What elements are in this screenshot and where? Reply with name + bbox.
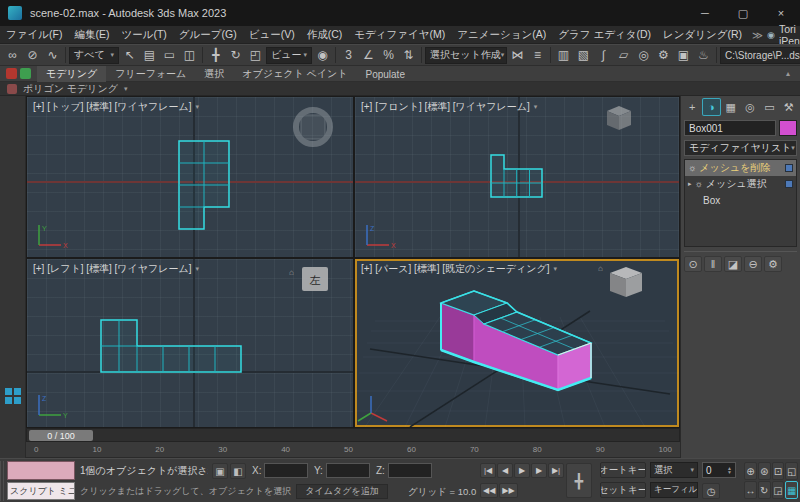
material-editor-icon[interactable]: ◎ (634, 46, 653, 64)
zoom-all-icon[interactable]: ⊛ (758, 462, 771, 480)
key-filters-button[interactable]: キーフィルタ... (650, 482, 698, 498)
modifier-row-1[interactable]: ▸☼メッシュ選択 (685, 176, 796, 192)
visibility-bulb-icon[interactable]: ☼ (695, 179, 703, 189)
viewcube-icon[interactable]: ⌂ (598, 264, 642, 297)
hierarchy-tab[interactable]: ▦ (722, 98, 740, 116)
ribbon-collapse-icon[interactable]: ▴ (786, 69, 800, 78)
modifier-row-0[interactable]: ☼メッシュを削除 (685, 160, 796, 176)
viewport-layout-tabs-button[interactable] (5, 388, 21, 404)
user-account-chip[interactable]: ◉ Tori iPentec ▾ (767, 23, 800, 47)
object-name-field[interactable]: Box001 (684, 120, 776, 136)
menu-item-3[interactable]: グループ(G) (173, 28, 243, 42)
isolate-selection-icon[interactable]: ▣ (212, 463, 228, 479)
schematic-view-icon[interactable]: ▱ (614, 46, 633, 64)
select-rotate-icon[interactable]: ↻ (226, 46, 245, 64)
viewcube-icon[interactable] (296, 110, 330, 144)
viewport-top[interactable]: [+] [トップ] [標準] [ワイヤフレーム] ▾ X Y (26, 96, 354, 258)
zoom-region-icon[interactable]: ◱ (785, 462, 798, 480)
viewcube-icon[interactable] (607, 106, 631, 130)
y-coordinate-field[interactable] (326, 463, 370, 478)
menu-item-8[interactable]: グラフ エディタ(D) (552, 28, 657, 42)
menu-item-0[interactable]: ファイル(F) (0, 28, 68, 42)
time-slider-handle[interactable]: 0 / 100 (29, 430, 93, 441)
create-tab[interactable]: + (683, 98, 701, 116)
time-slider[interactable]: 0 / 100 (26, 428, 680, 442)
viewport-label-front[interactable]: [+] [フロント] [標準] [ワイヤフレーム] ▾ (361, 100, 537, 114)
display-tab[interactable]: ▭ (760, 98, 778, 116)
box001-object[interactable] (101, 320, 241, 372)
selection-region-icon[interactable]: ▭ (160, 46, 179, 64)
maximize-viewport-icon[interactable]: ▦ (785, 481, 798, 499)
menu-item-2[interactable]: ツール(T) (115, 28, 172, 42)
zoom-icon[interactable]: ⊕ (744, 462, 757, 480)
rendered-frame-icon[interactable]: ▣ (674, 46, 693, 64)
select-move-icon[interactable]: ╋ (206, 46, 225, 64)
frame-spinner[interactable]: ▲▼ (727, 466, 732, 474)
expand-icon[interactable]: ▸ (688, 180, 692, 188)
box001-object-shaded[interactable] (441, 291, 591, 390)
add-time-tag-field[interactable]: タイムタグを追加 (296, 484, 388, 499)
window-crossing-icon[interactable]: ◫ (180, 46, 199, 64)
percent-snap-icon[interactable]: % (379, 46, 398, 64)
pin-stack-icon[interactable]: ⊙ (684, 256, 702, 272)
zoom-extents-icon[interactable]: ⊡ (772, 462, 785, 480)
align-icon[interactable]: ≡ (528, 46, 547, 64)
viewport-canvas-front[interactable]: X Z (355, 97, 680, 258)
menu-overflow-icon[interactable]: ≫ (748, 29, 767, 41)
reference-coordinate-combo[interactable]: ビュー▾ (266, 47, 312, 64)
menu-item-1[interactable]: 編集(E) (68, 28, 115, 42)
object-color-swatch[interactable] (779, 120, 797, 136)
key-mode-toggle-button[interactable]: ╋ (566, 463, 592, 498)
show-end-result-icon[interactable]: ‖ (704, 256, 722, 272)
box001-object[interactable] (179, 141, 229, 229)
motion-tab[interactable]: ◎ (741, 98, 759, 116)
ribbon-tab-2[interactable]: 選択 (195, 66, 233, 82)
viewport-left[interactable]: [+] [レフト] [標準] [ワイヤフレーム] ▾ ⌂ 左 Y Z (26, 258, 354, 428)
ribbon-modeling-icon[interactable] (6, 68, 17, 79)
unlink-selection-icon[interactable]: ⊘ (23, 46, 42, 64)
selection-set-combo[interactable]: 選択 ▾ (650, 462, 698, 478)
viewcube-icon[interactable]: ⌂ 左 (289, 267, 328, 291)
statusbar-grip[interactable] (0, 461, 6, 501)
viewport-canvas-top[interactable]: X Y (27, 97, 354, 258)
selection-filter-combo[interactable]: すべて▾ (69, 47, 119, 64)
viewport-front[interactable]: [+] [フロント] [標準] [ワイヤフレーム] ▾ X Z (354, 96, 680, 258)
select-object-icon[interactable]: ↖ (120, 46, 139, 64)
viewport-label-top[interactable]: [+] [トップ] [標準] [ワイヤフレーム] ▾ (33, 100, 199, 114)
minimize-button[interactable]: ─ (686, 0, 724, 26)
go-to-start-button[interactable]: |◀ (480, 463, 496, 478)
spinner-snap-icon[interactable]: ⇅ (399, 46, 418, 64)
ribbon-tab-0[interactable]: モデリング (37, 66, 106, 82)
next-key-button[interactable]: ▶▶ (499, 483, 517, 498)
menu-item-5[interactable]: 作成(C) (301, 28, 349, 42)
current-frame-field[interactable]: 0 ▲▼ (702, 462, 736, 478)
play-button[interactable]: ▶ (514, 463, 530, 478)
viewport-perspective-active[interactable]: [+] [パース] [標準] [既定のシェーディング] ▾ (354, 258, 680, 428)
time-configuration-button[interactable]: ◷ (702, 483, 720, 499)
modifier-toggle[interactable] (785, 164, 793, 172)
bind-to-space-warp-icon[interactable]: ∿ (43, 46, 62, 64)
project-folder-combo[interactable]: C:\Storage\P...dsMax Project▾ (720, 47, 800, 64)
render-icon[interactable]: ♨ (694, 46, 713, 64)
menu-item-7[interactable]: アニメーション(A) (451, 28, 552, 42)
select-by-name-icon[interactable]: ▤ (140, 46, 159, 64)
select-and-link-icon[interactable]: ∞ (3, 46, 22, 64)
box001-object[interactable] (491, 155, 542, 197)
make-unique-icon[interactable]: ◪ (724, 256, 742, 272)
ribbon-tab-4[interactable]: Populate (356, 66, 413, 82)
named-selection-set-combo[interactable]: 選択セット作成▾ (425, 47, 507, 64)
modifier-toggle[interactable] (785, 180, 793, 188)
x-coordinate-field[interactable] (264, 463, 308, 478)
menu-item-6[interactable]: モディファイヤ(M) (348, 28, 451, 42)
track-bar[interactable]: 0102030405060708090100 (26, 442, 680, 458)
auto-key-button[interactable]: オートキー (600, 462, 646, 478)
viewport-label-left[interactable]: [+] [レフト] [標準] [ワイヤフレーム] ▾ (33, 262, 199, 276)
ribbon-tab-1[interactable]: フリーフォーム (106, 66, 195, 82)
polygon-modeling-bar[interactable]: ポリゴン モデリング ▾ (0, 82, 800, 96)
utilities-tab[interactable]: ⚒ (780, 98, 798, 116)
previous-key-button[interactable]: ◀◀ (480, 483, 498, 498)
viewport-canvas-left[interactable]: ⌂ 左 Y Z (27, 259, 354, 428)
previous-frame-button[interactable]: ◀ (497, 463, 513, 478)
scene-explorer-icon[interactable]: ▥ (554, 46, 573, 64)
menu-item-9[interactable]: レンダリング(R) (657, 28, 748, 42)
